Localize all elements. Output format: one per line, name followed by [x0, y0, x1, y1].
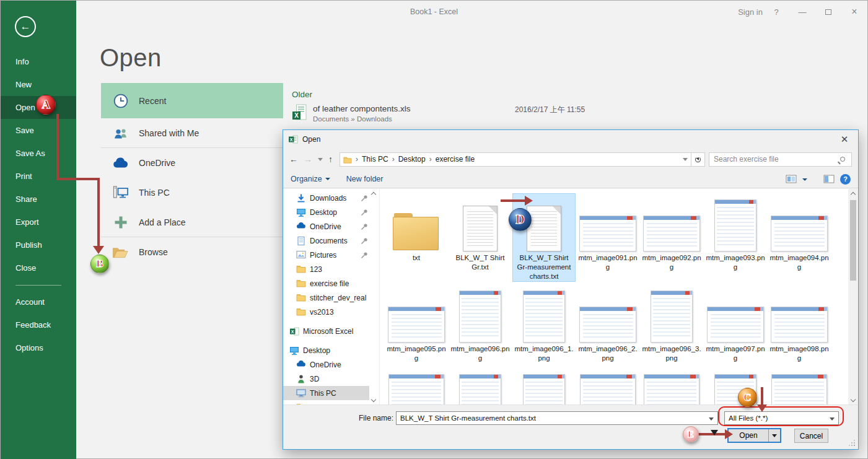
open-split-caret-icon[interactable]: [768, 429, 780, 442]
file-tile[interactable]: [641, 373, 703, 404]
sign-in-link[interactable]: Sign in: [737, 7, 763, 17]
open-place-item[interactable]: Add a Place: [101, 208, 283, 237]
sidebar-item[interactable]: Close: [1, 256, 76, 279]
recent-file-item[interactable]: X of leather compontents.xls Documents »…: [292, 104, 639, 123]
file-name-input[interactable]: BLK_W_T Shirt Gr-measurement charts.txt: [396, 411, 718, 425]
tree-item[interactable]: 3D: [283, 372, 369, 386]
sidebar-item[interactable]: Info: [1, 50, 76, 73]
resize-grip[interactable]: [854, 445, 855, 446]
sidebar-item[interactable]: Share: [1, 188, 76, 211]
tree-item[interactable]: stitcher_dev_real: [283, 291, 369, 305]
preview-pane-icon[interactable]: [823, 174, 835, 185]
sidebar-item[interactable]: Options: [1, 336, 76, 359]
open-button[interactable]: Open: [727, 428, 781, 443]
file-tile[interactable]: mtm_image098.png: [768, 285, 830, 363]
tree-item[interactable]: Pictures: [283, 248, 369, 262]
breadcrumb[interactable]: › This PC › Desktop › exercise file: [340, 152, 691, 167]
file-tile[interactable]: BLK_W_T Shirt Gr-measurement charts.txt: [513, 194, 575, 281]
file-thumbnail: [523, 291, 565, 343]
tree-item[interactable]: Documents: [283, 234, 369, 248]
tree-scroll-up-icon[interactable]: [369, 189, 378, 198]
tree-item[interactable]: This PC: [283, 386, 369, 400]
file-tile[interactable]: mtm_image094.png: [768, 194, 830, 281]
nav-up-icon[interactable]: ↑: [328, 154, 333, 164]
file-tile[interactable]: [577, 373, 639, 404]
file-tile[interactable]: mtm_image091.png: [577, 194, 639, 281]
tree-item[interactable]: [283, 400, 369, 404]
tree-scroll-down-icon[interactable]: [369, 396, 378, 404]
file-name-label: mtm_image097.png: [704, 344, 766, 363]
tree-item[interactable]: Desktop: [283, 343, 369, 357]
dialog-close-icon[interactable]: ✕: [831, 130, 858, 148]
file-tile[interactable]: [704, 373, 766, 404]
nav-back-icon[interactable]: ←: [289, 154, 298, 164]
sidebar-item[interactable]: Save: [1, 119, 76, 142]
tree-item[interactable]: exercise file: [283, 276, 369, 291]
file-tile[interactable]: mtm_image096_2.png: [577, 285, 639, 363]
dialog-title: Open: [302, 135, 320, 144]
breadcrumb-desktop[interactable]: Desktop: [398, 155, 426, 164]
close-icon[interactable]: ×: [841, 6, 867, 17]
open-place-item[interactable]: Browse: [101, 237, 283, 267]
sidebar-item[interactable]: Print: [1, 165, 76, 188]
tree-item[interactable]: Desktop: [283, 205, 369, 219]
file-tile[interactable]: mtm_image096_1.png: [513, 285, 575, 363]
list-scroll-down-icon[interactable]: [849, 396, 857, 404]
combo-caret-icon[interactable]: [709, 417, 714, 421]
maximize-icon[interactable]: [815, 7, 841, 17]
file-tile[interactable]: [513, 373, 575, 404]
tree-item[interactable]: OneDrive: [283, 219, 369, 234]
open-place-item[interactable]: This PC: [101, 178, 283, 208]
open-place-item[interactable]: Shared with Me: [101, 118, 283, 148]
address-dropdown-icon[interactable]: [683, 158, 688, 161]
help-icon[interactable]: ?: [763, 7, 789, 17]
sidebar-item[interactable]: Export: [1, 211, 76, 234]
sidebar-item[interactable]: New: [1, 73, 76, 96]
file-tile[interactable]: mtm_image096_3.png: [641, 285, 703, 363]
file-list-scrollbar[interactable]: [848, 189, 858, 404]
tree-item[interactable]: 123: [283, 262, 369, 276]
nav-history-chevron-icon[interactable]: [318, 158, 323, 161]
tree-item[interactable]: X Microsoft Excel: [283, 324, 369, 338]
file-tile[interactable]: mtm_image096.png: [449, 285, 511, 363]
marker-d: D: [509, 208, 532, 231]
breadcrumb-this-pc[interactable]: This PC: [362, 155, 388, 164]
open-place-item[interactable]: OneDrive: [101, 148, 283, 178]
tree-scrollbar[interactable]: [369, 189, 378, 404]
file-tile[interactable]: txt: [385, 194, 447, 281]
minimize-icon[interactable]: —: [789, 7, 815, 17]
file-name-label: mtm_image092.png: [641, 253, 703, 272]
nav-forward-icon[interactable]: →: [304, 154, 312, 164]
breadcrumb-exercise-file[interactable]: exercise file: [436, 155, 475, 164]
sidebar-item[interactable]: Save As: [1, 142, 76, 165]
back-arrow-button[interactable]: ←: [15, 16, 36, 37]
refresh-button[interactable]: [691, 152, 705, 167]
tree-item[interactable]: OneDrive: [283, 357, 369, 372]
file-thumbnail: [707, 307, 764, 343]
sidebar-item[interactable]: Publish: [1, 234, 76, 256]
open-place-item[interactable]: Recent: [101, 83, 283, 118]
dialog-help-icon[interactable]: ?: [840, 174, 851, 185]
backstage-sidebar: ← InfoNewOpenSaveSave AsPrintShareExport…: [1, 1, 76, 459]
file-tile[interactable]: [449, 373, 511, 404]
file-tile[interactable]: mtm_image092.png: [641, 194, 703, 281]
sidebar-item[interactable]: Account: [1, 291, 76, 313]
new-folder-button[interactable]: New folder: [346, 175, 384, 183]
search-input[interactable]: Search exercise file: [709, 152, 852, 167]
file-tile[interactable]: [768, 373, 830, 404]
file-tile[interactable]: mtm_image095.png: [385, 285, 447, 363]
sidebar-item[interactable]: Feedback: [1, 313, 76, 336]
list-scroll-up-icon[interactable]: [849, 189, 857, 198]
file-tile[interactable]: mtm_image093.png: [704, 194, 766, 281]
cancel-button[interactable]: Cancel: [794, 429, 828, 443]
view-options-caret-icon[interactable]: [802, 178, 807, 181]
tree-item[interactable]: vs2013: [283, 305, 369, 319]
pin-icon: [361, 237, 368, 245]
tree-item[interactable]: Downloads: [283, 191, 369, 205]
file-tile[interactable]: [385, 373, 447, 404]
organize-menu[interactable]: Organize: [291, 175, 330, 183]
scrollbar-thumb[interactable]: [850, 200, 856, 281]
file-tile[interactable]: mtm_image097.png: [704, 285, 766, 363]
view-thumbnails-icon[interactable]: [786, 174, 797, 185]
file-tile[interactable]: BLK_W_T Shirt Gr.txt: [449, 194, 511, 281]
